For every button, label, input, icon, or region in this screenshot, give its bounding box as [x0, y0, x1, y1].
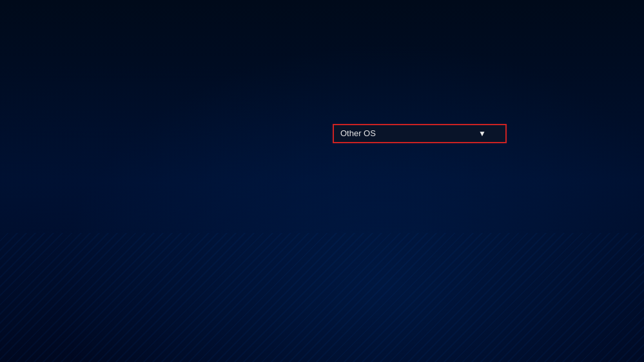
- dropdown-arrow-icon: ▼: [478, 129, 486, 138]
- main-container: /asus/ UEFI BIOS Utility – Advanced Mode…: [0, 0, 644, 362]
- os-type-value: Other OS: [340, 128, 376, 138]
- os-type-dropdown[interactable]: Other OS ▼: [333, 124, 507, 143]
- bg-lines: [0, 233, 644, 362]
